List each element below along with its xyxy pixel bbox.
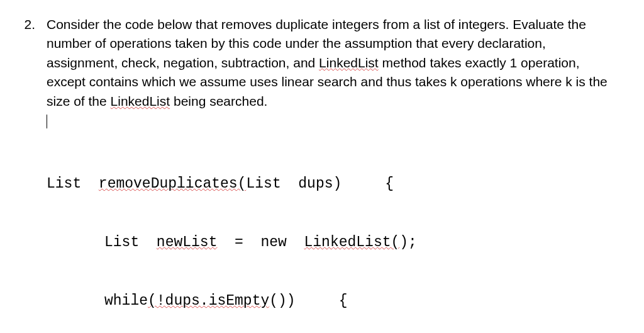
code-token: );: [399, 234, 417, 251]
question-prompt: Consider the code below that removes dup…: [47, 15, 614, 111]
code-token-squiggle: (!dups.isEmpty: [148, 293, 269, 309]
code-line-1: List removeDuplicates(List dups) {: [47, 174, 614, 194]
text-cursor: [47, 111, 614, 130]
code-token: while: [104, 293, 148, 309]
code-line-2: List newList = new LinkedList();: [47, 233, 614, 252]
linkedlist-word-1: LinkedList: [319, 55, 379, 70]
code-token: = new: [217, 234, 304, 251]
code-token-squiggle: removeDuplicates(: [99, 176, 247, 192]
code-token: List: [47, 176, 99, 192]
linkedlist-word-2: LinkedList: [111, 94, 170, 108]
question-body: Consider the code below that removes dup…: [47, 15, 614, 333]
code-token: List dups) {: [246, 176, 394, 192]
question-number: 2.: [23, 15, 35, 333]
prompt-text-3: being searched.: [170, 94, 267, 108]
code-block: List removeDuplicates(List dups) { List …: [47, 135, 614, 333]
code-token: List: [104, 234, 157, 251]
question-block: 2. Consider the code below that removes …: [23, 15, 614, 333]
code-line-3: while(!dups.isEmpty()) {: [47, 291, 614, 311]
code-token-squiggle: LinkedList(: [304, 234, 399, 251]
code-token: ()) {: [269, 293, 347, 309]
code-token-squiggle: newList: [157, 234, 218, 251]
